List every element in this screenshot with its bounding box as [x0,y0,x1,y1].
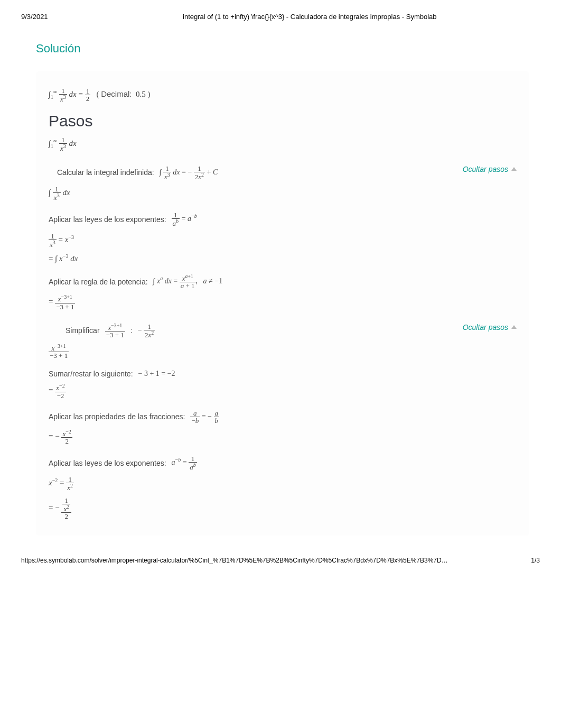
step1b-line1: 1x3 = x−3 [49,233,517,248]
step1d-line1: = x−2−2 [49,383,517,399]
step1d-sum-math: − 3 + 1 = −2 [138,370,175,378]
step1d-frac-rule: a−b = − ab [190,410,219,424]
step1c-label: Aplicar la regla de la potencia: [49,278,148,286]
header-date: 9/3/2021 [21,13,48,21]
step1d-line0: x−3+1−3 + 1 [49,344,517,359]
step1d-exp-label: Aplicar las leyes de los exponentes: [49,459,166,467]
step1b-line2: = ∫ x−3 dx [49,253,517,263]
step1c-line1: = x−3+1−3 + 1 [49,294,517,310]
step1d-label: Simplificar [66,326,100,335]
chevron-up-icon [511,325,517,329]
restated-integral: ∫1∞ 1x3 dx [49,136,517,152]
footer-page: 1/3 [531,557,540,564]
step-exp-law-2: Aplicar las leyes de los exponentes: a−b… [49,455,517,471]
step1d-exp-rule: a−b = 1ab [172,455,197,471]
step-exponent-law: Aplicar las leyes de los exponentes: 1ab… [49,211,517,227]
toggle-steps-1[interactable]: Ocultar pasos [463,165,517,173]
step1d-result: − 12x2 [138,323,155,338]
step1d-frac-label: Aplicar las propiedades de las fraccione… [49,412,185,421]
step-simplify: Simplificar x−3+1−3 + 1 : − 12x2 Ocultar… [66,323,517,338]
step1-math: ∫ 1x3 dx = − 12x2 + C [160,165,218,180]
step-indefinite-integral: Calcular la integral indefinida: ∫ 1x3 d… [57,165,517,180]
steps-heading: Pasos [49,112,517,130]
chevron-up-icon [511,167,517,171]
step1b-label: Aplicar las leyes de los exponentes: [49,215,166,224]
step1-label: Calcular la integral indefinida: [57,168,154,177]
step-fraction-prop: Aplicar las propiedades de las fraccione… [49,410,517,424]
step-sum: Sumar/restar lo siguiente: − 3 + 1 = −2 [49,370,517,378]
decimal-label: Decimal: [101,89,132,98]
step1c-rule: ∫ xa dx = xa+1a + 1, a ≠ −1 [153,274,223,289]
page-footer: https://es.symbolab.com/solver/improper-… [0,548,561,573]
step1d-sep: : [130,326,133,335]
step1d-line2: = − x−22 [49,429,517,445]
step1d-line4: = − 1x2 2 [49,497,517,520]
toggle-steps-1-label: Ocultar pasos [463,165,508,173]
solution-heading: Solución [36,42,529,56]
step1d-expr: x−3+1−3 + 1 [105,323,125,338]
decimal-value: 0.5 [136,90,146,98]
toggle-steps-2-label: Ocultar pasos [463,323,508,331]
step1b-rule: 1ab = a−b [172,211,197,227]
header-title: integral of (1 to +infty) \frac{}{x^3} -… [80,13,540,21]
step-power-rule: Aplicar la regla de la potencia: ∫ xa dx… [49,274,517,289]
footer-url: https://es.symbolab.com/solver/improper-… [21,557,448,564]
toggle-steps-2[interactable]: Ocultar pasos [463,323,517,331]
step1d-line3: x−2 = 1x2 [49,476,517,491]
page-header: 9/3/2021 integral of (1 to +infty) \frac… [0,0,561,26]
step1a-math: ∫ 1x3 dx [49,186,517,201]
result-expression: ∫1∞ 1x3 dx = 12 ( Decimal: 0.5 ) [49,87,517,103]
step1d-sum-label: Sumar/restar lo siguiente: [49,370,133,378]
solution-card: ∫1∞ 1x3 dx = 12 ( Decimal: 0.5 ) Pasos ∫… [36,71,529,536]
